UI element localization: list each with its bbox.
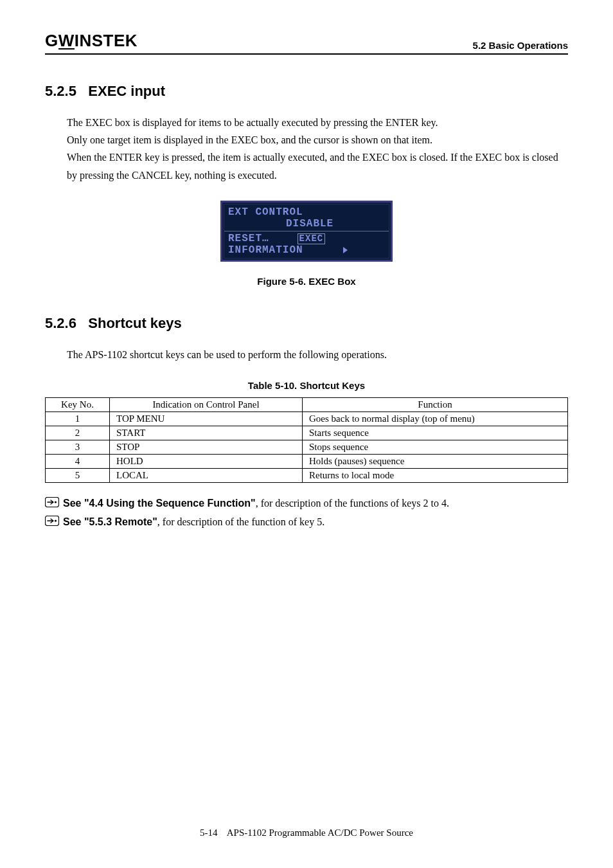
lcd-screen: EXT CONTROL DISABLE RESET…EXEC INFORMATI… bbox=[224, 204, 389, 258]
cell-indication: LOCAL bbox=[110, 468, 303, 482]
table-row: 5 LOCAL Returns to local mode bbox=[46, 468, 568, 482]
lcd-exec-box: EXEC bbox=[298, 233, 326, 244]
cell-function: Holds (pauses) sequence bbox=[303, 454, 568, 468]
section-525-body: The EXEC box is displayed for items to b… bbox=[67, 114, 568, 184]
section-number: 5.2.6 bbox=[45, 315, 76, 331]
cell-function: Starts sequence bbox=[303, 426, 568, 440]
table-row: 3 STOP Stops sequence bbox=[46, 440, 568, 454]
lcd-line-3: INFORMATION bbox=[228, 244, 385, 256]
see-text-1: See "4.4 Using the Sequence Function", f… bbox=[63, 494, 449, 512]
section-name: EXEC input bbox=[88, 83, 165, 99]
lcd-divider bbox=[224, 231, 389, 231]
col-keyno: Key No. bbox=[46, 397, 110, 411]
doc-title: APS-1102 Programmable AC/DC Power Source bbox=[227, 827, 413, 838]
triangle-right-icon bbox=[343, 247, 348, 253]
table-head-row: Key No. Indication on Control Panel Func… bbox=[46, 397, 568, 411]
pointer-icon bbox=[45, 497, 59, 507]
svg-point-3 bbox=[55, 520, 57, 522]
lcd-line1-left: EXT CONTROL bbox=[228, 206, 303, 218]
col-indication: Indication on Control Panel bbox=[110, 397, 303, 411]
lcd-line-2: RESET…EXEC bbox=[228, 233, 385, 244]
table-row: 1 TOP MENU Goes back to normal display (… bbox=[46, 411, 568, 426]
table-row: 4 HOLD Holds (pauses) sequence bbox=[46, 454, 568, 468]
see-bold: See "4.4 Using the Sequence Function" bbox=[63, 498, 256, 509]
lcd-reset-label: RESET… bbox=[228, 233, 269, 244]
brand-logo: GWINSTEK bbox=[45, 31, 138, 51]
figure-exec-box: EXT CONTROL DISABLE RESET…EXEC INFORMATI… bbox=[45, 201, 568, 287]
logo-part-g: G bbox=[45, 31, 58, 51]
page-number: 5-14 bbox=[200, 827, 218, 838]
cell-keyno: 1 bbox=[46, 411, 110, 426]
see-rest: , for description of the function of key… bbox=[157, 516, 324, 527]
svg-point-1 bbox=[55, 501, 57, 503]
logo-part-rest: INSTEK bbox=[75, 31, 138, 51]
lcd-line-1: EXT CONTROL bbox=[228, 206, 385, 218]
see-ref-1: See "4.4 Using the Sequence Function", f… bbox=[45, 494, 568, 512]
cell-function: Stops sequence bbox=[303, 440, 568, 454]
see-rest: , for description of the functions of ke… bbox=[256, 498, 449, 509]
para-1: The EXEC box is displayed for items to b… bbox=[67, 114, 568, 131]
table-caption: Table 5-10. Shortcut Keys bbox=[45, 380, 568, 391]
page-footer: 5-14 APS-1102 Programmable AC/DC Power S… bbox=[0, 827, 613, 838]
section-526-intro: The APS-1102 shortcut keys can be used t… bbox=[67, 346, 568, 363]
lcd-line-1b: DISABLE bbox=[228, 218, 385, 230]
see-ref-2: See "5.5.3 Remote", for description of t… bbox=[45, 513, 568, 530]
para-2: Only one target item is displayed in the… bbox=[67, 131, 568, 149]
section-526-title: 5.2.6 Shortcut keys bbox=[45, 315, 568, 332]
see-text-2: See "5.5.3 Remote", for description of t… bbox=[63, 513, 324, 530]
cell-indication: HOLD bbox=[110, 454, 303, 468]
pointer-icon bbox=[45, 516, 59, 526]
cell-indication: STOP bbox=[110, 440, 303, 454]
cell-keyno: 4 bbox=[46, 454, 110, 468]
cell-function: Returns to local mode bbox=[303, 468, 568, 482]
lcd-panel: EXT CONTROL DISABLE RESET…EXEC INFORMATI… bbox=[220, 201, 393, 262]
header-section-ref: 5.2 Basic Operations bbox=[473, 40, 568, 51]
logo-part-u: W bbox=[58, 31, 75, 51]
cell-indication: TOP MENU bbox=[110, 411, 303, 426]
lcd-information-label: INFORMATION bbox=[228, 244, 303, 256]
shortcut-keys-table: Key No. Indication on Control Panel Func… bbox=[45, 397, 568, 483]
figure-caption: Figure 5-6. EXEC Box bbox=[45, 276, 568, 287]
cell-keyno: 5 bbox=[46, 468, 110, 482]
table-row: 2 START Starts sequence bbox=[46, 426, 568, 440]
cell-keyno: 2 bbox=[46, 426, 110, 440]
cell-keyno: 3 bbox=[46, 440, 110, 454]
section-number: 5.2.5 bbox=[45, 83, 76, 99]
cell-indication: START bbox=[110, 426, 303, 440]
intro-para: The APS-1102 shortcut keys can be used t… bbox=[67, 346, 568, 363]
para-3: When the ENTER key is pressed, the item … bbox=[67, 149, 568, 183]
see-bold: See "5.5.3 Remote" bbox=[63, 516, 157, 527]
section-name: Shortcut keys bbox=[88, 315, 182, 331]
page-header: GWINSTEK 5.2 Basic Operations bbox=[45, 31, 568, 55]
col-function: Function bbox=[303, 397, 568, 411]
cell-function: Goes back to normal display (top of menu… bbox=[303, 411, 568, 426]
section-525-title: 5.2.5 EXEC input bbox=[45, 83, 568, 100]
